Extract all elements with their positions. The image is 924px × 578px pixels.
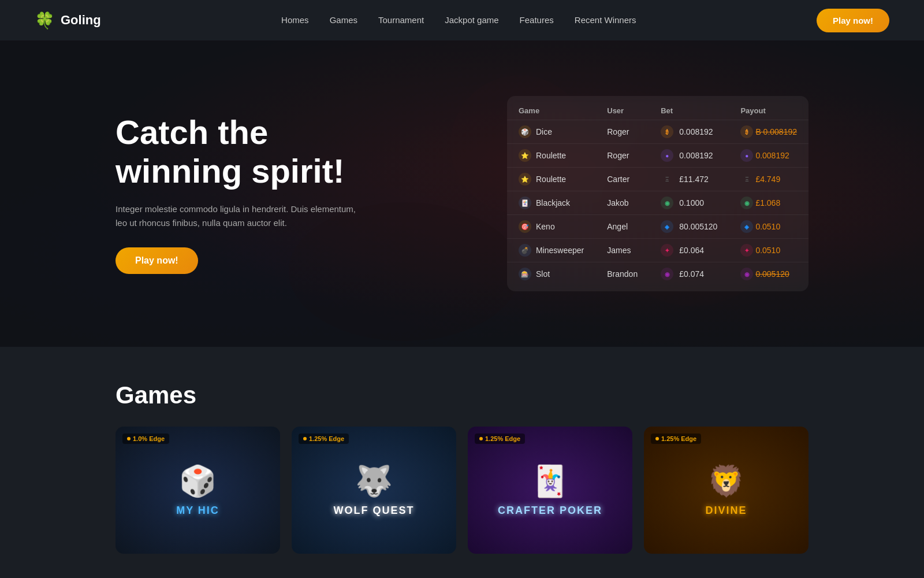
table-cell-bet: ● 0.008192 bbox=[649, 144, 729, 168]
table-cell-payout: Ξ £4.749 bbox=[729, 168, 808, 191]
nav-link-features[interactable]: Features bbox=[520, 15, 554, 25]
nav-link-label-features[interactable]: Features bbox=[520, 15, 554, 25]
nav-link-label-homes[interactable]: Homes bbox=[281, 15, 309, 25]
table-row: ⭐ Roulette Carter Ξ £11.472 Ξ £4.749 bbox=[507, 168, 808, 191]
edge-dot bbox=[655, 437, 659, 440]
game-card-divine[interactable]: 1.25% Edge 🦁 DIVINE bbox=[644, 427, 808, 554]
games-grid: 1.0% Edge 🎲 MY HIC 1.25% Edge 🐺 WOLF QUE… bbox=[116, 427, 808, 554]
navbar: 🍀 Goling HomesGamesTournamentJackpot gam… bbox=[0, 0, 924, 40]
table-cell-bet: ◉ £0.074 bbox=[649, 262, 729, 286]
winners-table: GameUserBetPayout 🎲 Dice Roger ₿ 0.00819… bbox=[507, 102, 808, 286]
table-cell-game: 🎲 Dice bbox=[507, 120, 595, 144]
nav-cta-button[interactable]: Play now! bbox=[817, 9, 889, 32]
card-icon-crafter: 🃏 bbox=[531, 464, 569, 499]
card-icon-mythic: 🎲 bbox=[179, 464, 217, 499]
edge-badge-divine: 1.25% Edge bbox=[651, 433, 701, 444]
table-row: 🎯 Keno Angel ◈ 80.005120 ◈ 0.0510 bbox=[507, 215, 808, 239]
table-cell-bet: ₿ 0.008192 bbox=[649, 120, 729, 144]
table-cell-user: Roger bbox=[595, 120, 649, 144]
table-row: 💣 Minesweeper James ✦ £0.064 ✦ 0.0510 bbox=[507, 239, 808, 262]
table-row: ⭐ Roulette Roger ● 0.008192 ● 0.008192 bbox=[507, 144, 808, 168]
edge-dot bbox=[479, 437, 483, 440]
table-header-game: Game bbox=[507, 102, 595, 120]
nav-link-label-tournament[interactable]: Tournament bbox=[378, 15, 424, 25]
table-cell-payout: ◉ 0.005120 bbox=[729, 262, 808, 286]
hero-description: Integer molestie commodo ligula in hendr… bbox=[116, 202, 364, 230]
table-cell-game: 🎯 Keno bbox=[507, 215, 595, 239]
card-icon-wolf: 🐺 bbox=[355, 464, 393, 499]
edge-label: 1.25% Edge bbox=[309, 435, 344, 442]
table-cell-bet: Ξ £11.472 bbox=[649, 168, 729, 191]
edge-badge-wolf: 1.25% Edge bbox=[299, 433, 349, 444]
hero-content: Catch the winning spirit! Integer molest… bbox=[0, 96, 924, 291]
table-cell-payout: ✦ 0.0510 bbox=[729, 239, 808, 262]
game-card-crafter[interactable]: 1.25% Edge 🃏 CRAFTER POKER bbox=[468, 427, 632, 554]
brand-logo[interactable]: 🍀 Goling bbox=[35, 11, 101, 30]
table-row: 🎲 Dice Roger ₿ 0.008192 ₿ B 0.008192 bbox=[507, 120, 808, 144]
card-title-crafter: CRAFTER POKER bbox=[498, 505, 602, 517]
brand-name: Goling bbox=[61, 13, 101, 28]
nav-link-label-winners[interactable]: Recent Winners bbox=[575, 15, 636, 25]
edge-badge-mythic: 1.0% Edge bbox=[122, 433, 169, 444]
nav-link-homes[interactable]: Homes bbox=[281, 15, 309, 25]
winners-table-container: GameUserBetPayout 🎲 Dice Roger ₿ 0.00819… bbox=[507, 96, 808, 291]
nav-link-games[interactable]: Games bbox=[330, 15, 357, 25]
edge-label: 1.25% Edge bbox=[661, 435, 696, 442]
game-card-mythic[interactable]: 1.0% Edge 🎲 MY HIC bbox=[116, 427, 280, 554]
table-cell-game: 🎰 Slot bbox=[507, 262, 595, 286]
edge-label: 1.25% Edge bbox=[485, 435, 520, 442]
table-header-payout: Payout bbox=[729, 102, 808, 120]
nav-link-label-jackpot[interactable]: Jackpot game bbox=[445, 15, 498, 25]
table-cell-game: 🃏 Blackjack bbox=[507, 191, 595, 215]
nav-link-label-games[interactable]: Games bbox=[330, 15, 357, 25]
table-header-user: User bbox=[595, 102, 649, 120]
hero-section: Catch the winning spirit! Integer molest… bbox=[0, 40, 924, 347]
nav-link-jackpot[interactable]: Jackpot game bbox=[445, 15, 498, 25]
card-title-divine: DIVINE bbox=[705, 505, 747, 517]
nav-link-winners[interactable]: Recent Winners bbox=[575, 15, 636, 25]
nav-link-tournament[interactable]: Tournament bbox=[378, 15, 424, 25]
card-title-mythic: MY HIC bbox=[176, 505, 219, 517]
table-row: 🎰 Slot Brandon ◉ £0.074 ◉ 0.005120 bbox=[507, 262, 808, 286]
edge-badge-crafter: 1.25% Edge bbox=[475, 433, 525, 444]
table-cell-payout: ● 0.008192 bbox=[729, 144, 808, 168]
game-card-wolf[interactable]: 1.25% Edge 🐺 WOLF QUEST bbox=[292, 427, 456, 554]
table-cell-user: Jakob bbox=[595, 191, 649, 215]
table-cell-payout: ₿ B 0.008192 bbox=[729, 120, 808, 144]
table-cell-payout: ◉ £1.068 bbox=[729, 191, 808, 215]
games-section: Games 1.0% Edge 🎲 MY HIC 1.25% Edge 🐺 WO… bbox=[0, 347, 924, 577]
table-cell-user: Brandon bbox=[595, 262, 649, 286]
table-cell-payout: ◈ 0.0510 bbox=[729, 215, 808, 239]
nav-links: HomesGamesTournamentJackpot gameFeatures… bbox=[281, 15, 636, 25]
hero-text-block: Catch the winning spirit! Integer molest… bbox=[116, 113, 364, 273]
table-cell-game: 💣 Minesweeper bbox=[507, 239, 595, 262]
table-row: 🃏 Blackjack Jakob ◉ 0.1000 ◉ £1.068 bbox=[507, 191, 808, 215]
table-cell-user: Roger bbox=[595, 144, 649, 168]
table-cell-user: James bbox=[595, 239, 649, 262]
table-header-bet: Bet bbox=[649, 102, 729, 120]
table-cell-user: Carter bbox=[595, 168, 649, 191]
table-cell-bet: ✦ £0.064 bbox=[649, 239, 729, 262]
edge-label: 1.0% Edge bbox=[133, 435, 165, 442]
table-cell-user: Angel bbox=[595, 215, 649, 239]
hero-headline: Catch the winning spirit! bbox=[116, 113, 364, 190]
table-cell-bet: ◈ 80.005120 bbox=[649, 215, 729, 239]
edge-dot bbox=[303, 437, 307, 440]
games-section-title: Games bbox=[116, 381, 808, 409]
hero-cta-button[interactable]: Play now! bbox=[116, 247, 198, 274]
table-cell-bet: ◉ 0.1000 bbox=[649, 191, 729, 215]
table-cell-game: ⭐ Roulette bbox=[507, 144, 595, 168]
card-icon-divine: 🦁 bbox=[707, 464, 745, 499]
logo-icon: 🍀 bbox=[35, 11, 55, 30]
edge-dot bbox=[127, 437, 131, 440]
table-cell-game: ⭐ Roulette bbox=[507, 168, 595, 191]
card-title-wolf: WOLF QUEST bbox=[334, 505, 415, 517]
